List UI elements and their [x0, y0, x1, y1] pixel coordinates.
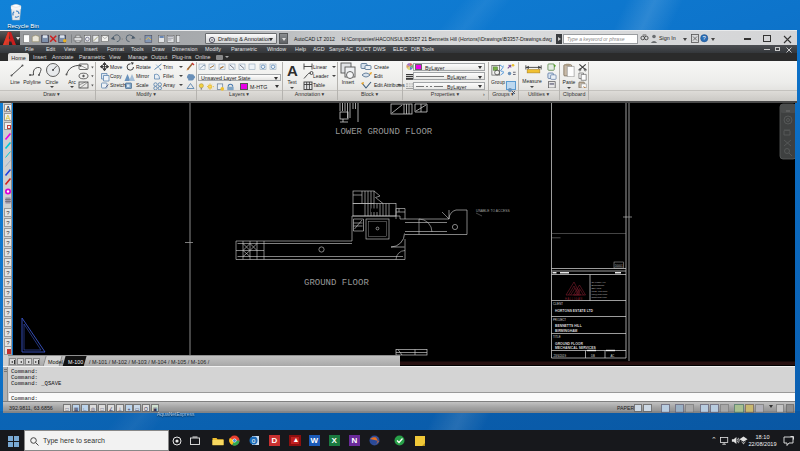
svg-text:D0001: D0001: [615, 264, 623, 268]
svg-text:BENNETTS HILL: BENNETTS HILL: [555, 324, 582, 328]
svg-text:GROUND FLOOR: GROUND FLOOR: [555, 342, 583, 346]
svg-text:LOWER GROUND FLOOR: LOWER GROUND FLOOR: [335, 127, 433, 137]
svg-text:23/6/2019: 23/6/2019: [554, 354, 567, 358]
svg-text:BIRMINGHAM: BIRMINGHAM: [555, 329, 578, 333]
svg-text:H A L L I G A N: H A L L I G A N: [565, 297, 582, 301]
svg-text:GROUND FLOOR: GROUND FLOOR: [304, 278, 369, 288]
svg-text:CLIENT: CLIENT: [553, 302, 563, 306]
svg-text:MECHANICAL SERVICES: MECHANICAL SERVICES: [555, 346, 596, 350]
svg-text:PROJECT: PROJECT: [553, 318, 566, 322]
svg-text:DB: DB: [591, 354, 595, 358]
svg-text:HORTONS ESTATE LTD: HORTONS ESTATE LTD: [555, 309, 594, 313]
svg-text:www.mail.com: www.mail.com: [592, 296, 607, 299]
svg-text:UNABLE TO ACCESS: UNABLE TO ACCESS: [476, 209, 510, 213]
svg-text:AC: AC: [611, 354, 615, 358]
svg-text:o: o: [252, 437, 256, 444]
svg-text:TITLE: TITLE: [553, 335, 561, 339]
